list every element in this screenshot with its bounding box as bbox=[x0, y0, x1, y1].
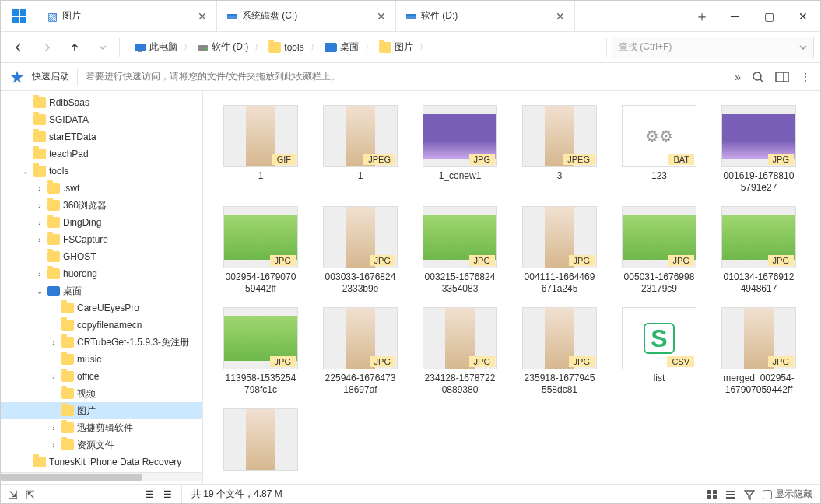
file-item[interactable]: JPEG3 bbox=[510, 105, 609, 194]
tab-close[interactable]: ✕ bbox=[198, 10, 207, 23]
tree-item[interactable]: teachPad bbox=[1, 145, 202, 163]
collapse-icon[interactable]: ⇲ bbox=[9, 488, 18, 501]
tree-item[interactable]: RdlbSaas bbox=[1, 94, 202, 111]
breadcrumb-item[interactable]: 桌面 bbox=[321, 39, 362, 55]
file-type-badge: JPG bbox=[270, 356, 296, 367]
search-icon[interactable] bbox=[752, 71, 764, 83]
tree-item[interactable]: SGIDATA bbox=[1, 111, 202, 128]
breadcrumb-item[interactable]: 软件 (D:) bbox=[195, 39, 251, 55]
tab-2[interactable]: 软件 (D:)✕ bbox=[396, 1, 575, 31]
tree-item[interactable]: starETData bbox=[1, 128, 202, 145]
file-item[interactable]: JPEG1 bbox=[311, 105, 410, 194]
expand-icon[interactable]: ⇱ bbox=[26, 488, 35, 501]
tab-0[interactable]: ▧图片✕ bbox=[38, 1, 217, 31]
file-item[interactable]: JPG001619-16788105791e27 bbox=[709, 105, 809, 194]
tree-label: 360浏览器 bbox=[63, 199, 107, 212]
tree-item[interactable]: 视频 bbox=[1, 385, 202, 402]
tree-item[interactable]: music bbox=[1, 351, 202, 368]
tree-item[interactable]: ›迅捷剪辑软件 bbox=[1, 419, 202, 436]
new-tab-button[interactable]: ＋ bbox=[686, 1, 717, 31]
tab-close[interactable]: ✕ bbox=[556, 10, 565, 23]
overflow-icon[interactable]: » bbox=[735, 71, 741, 83]
file-item[interactable]: JPG1_conew1 bbox=[410, 105, 510, 194]
tree-item[interactable]: TunesKit iPhone Data Recovery bbox=[1, 453, 202, 471]
tree-item[interactable]: ›CRTubeGet-1.5.9.3-免注册 bbox=[1, 334, 202, 351]
maximize-button[interactable]: ▢ bbox=[752, 1, 786, 31]
expand-icon[interactable]: › bbox=[35, 184, 44, 193]
tree-item[interactable]: ›.swt bbox=[1, 180, 202, 197]
tree-item[interactable]: ⌄桌面 bbox=[1, 282, 202, 299]
file-item[interactable]: JPG225946-167647318697af bbox=[311, 307, 410, 396]
file-item[interactable]: BAT123 bbox=[609, 105, 709, 194]
expand-icon[interactable]: › bbox=[35, 236, 44, 244]
filter-icon[interactable] bbox=[744, 489, 755, 500]
file-type-badge: JPG bbox=[469, 154, 495, 165]
file-item[interactable]: JPG005031-167699823179c9 bbox=[609, 206, 709, 295]
forward-button[interactable] bbox=[35, 36, 58, 59]
file-item[interactable]: GIF1 bbox=[211, 105, 311, 194]
expand-icon[interactable]: › bbox=[49, 424, 58, 432]
indent-less-icon[interactable]: ☰ bbox=[146, 489, 154, 500]
folder-icon bbox=[61, 422, 74, 433]
breadcrumb-item[interactable]: tools bbox=[265, 40, 307, 54]
view-large-icons[interactable] bbox=[707, 489, 717, 500]
close-button[interactable]: ✕ bbox=[786, 1, 820, 31]
tree-hscrollbar[interactable] bbox=[1, 472, 202, 481]
up-button[interactable] bbox=[63, 36, 86, 59]
tree-item[interactable]: ›office bbox=[1, 368, 202, 385]
expand-icon[interactable]: › bbox=[35, 270, 44, 278]
minimize-button[interactable]: ─ bbox=[717, 1, 752, 31]
history-dropdown[interactable] bbox=[91, 36, 114, 59]
statusbar: ⇲ ⇱ ☰ ☰ 共 19 个文件，4.87 M 显示隐藏 bbox=[1, 484, 820, 504]
breadcrumb-item[interactable]: 此电脑 bbox=[131, 39, 181, 55]
tree-item[interactable]: ›FSCapture bbox=[1, 231, 202, 248]
breadcrumb[interactable]: 此电脑〉软件 (D:)〉tools〉桌面〉图片〉 bbox=[125, 39, 602, 55]
tab-close[interactable]: ✕ bbox=[377, 10, 386, 23]
file-item[interactable]: JPG003033-16768242333b9e bbox=[311, 206, 410, 295]
file-item[interactable]: JPG004111-1664469671a245 bbox=[510, 206, 609, 295]
file-item[interactable]: JPG235918-1677945558dc81 bbox=[510, 307, 609, 396]
tree-item[interactable]: copyfilenamecn bbox=[1, 317, 202, 334]
back-button[interactable] bbox=[7, 36, 30, 59]
file-item[interactable]: JPG010134-16769124948617 bbox=[709, 206, 809, 295]
tree-item[interactable]: CareUEyesPro bbox=[1, 299, 202, 317]
expand-icon[interactable]: › bbox=[49, 338, 58, 347]
file-grid[interactable]: GIF1JPEG1JPG1_conew1JPEG3BAT123JPG001619… bbox=[203, 91, 820, 484]
file-item[interactable]: JPG234128-16787220889380 bbox=[410, 307, 510, 396]
expand-icon[interactable]: › bbox=[49, 441, 58, 450]
file-item[interactable]: JPG113958-1535254798fc1c bbox=[211, 307, 311, 396]
file-item[interactable]: CSVlist bbox=[609, 307, 709, 396]
expand-icon[interactable]: › bbox=[35, 201, 44, 210]
tree-item[interactable]: ⌄tools bbox=[1, 163, 202, 180]
search-input[interactable]: 查找 (Ctrl+F) bbox=[612, 37, 814, 58]
show-hidden-toggle[interactable]: 显示隐藏 bbox=[763, 488, 812, 501]
expand-icon[interactable]: ⌄ bbox=[35, 287, 44, 296]
folder-tree[interactable]: RdlbSaasSGIDATAstarETDatateachPad⌄tools›… bbox=[1, 91, 203, 484]
tree-item[interactable]: ›360浏览器 bbox=[1, 197, 202, 214]
preview-pane-icon[interactable] bbox=[775, 72, 789, 82]
tree-item[interactable]: GHOST bbox=[1, 248, 202, 265]
tree-item[interactable]: ›huorong bbox=[1, 265, 202, 282]
expand-icon[interactable]: › bbox=[35, 219, 44, 227]
more-icon[interactable]: ⋮ bbox=[800, 71, 811, 83]
file-thumbnail: JPG bbox=[721, 206, 796, 268]
file-item[interactable]: JPG002954-167907059442ff bbox=[211, 206, 311, 295]
svg-rect-5 bbox=[227, 14, 237, 16]
tree-item[interactable]: ›资源文件 bbox=[1, 436, 202, 453]
indent-more-icon[interactable]: ☰ bbox=[163, 489, 172, 500]
breadcrumb-item[interactable]: 图片 bbox=[376, 39, 416, 55]
file-item[interactable]: JPG003215-16768243354083 bbox=[410, 206, 510, 295]
file-type-badge: JPG bbox=[569, 255, 595, 266]
view-list-icon[interactable] bbox=[725, 489, 736, 500]
main-area: RdlbSaasSGIDATAstarETDatateachPad⌄tools›… bbox=[1, 91, 820, 484]
file-item[interactable] bbox=[211, 408, 311, 474]
tree-item[interactable]: ›DingDing bbox=[1, 214, 202, 231]
expand-icon[interactable]: › bbox=[49, 373, 58, 381]
tab-1[interactable]: 系统磁盘 (C:)✕ bbox=[217, 1, 396, 31]
expand-icon[interactable]: ⌄ bbox=[21, 167, 30, 176]
start-button[interactable] bbox=[1, 1, 38, 31]
file-item[interactable]: JPGmerged_002954-167907059442ff bbox=[709, 307, 809, 396]
file-thumbnail: JPEG bbox=[323, 105, 398, 167]
tree-item[interactable]: 图片 bbox=[1, 402, 202, 419]
search-dropdown-icon[interactable] bbox=[799, 45, 807, 50]
